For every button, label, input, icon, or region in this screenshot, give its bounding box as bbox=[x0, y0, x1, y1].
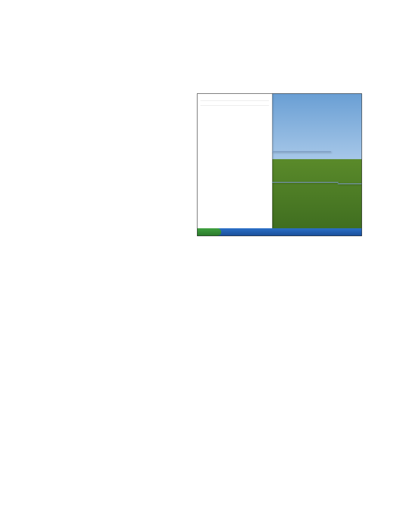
manual-page bbox=[0, 0, 403, 532]
start-menu-bottom bbox=[197, 107, 272, 109]
start-menu bbox=[197, 94, 272, 228]
section2 bbox=[41, 77, 362, 236]
menu-separator bbox=[200, 105, 269, 106]
start-button[interactable] bbox=[197, 228, 221, 236]
section1-heading bbox=[41, 49, 362, 63]
menu-separator bbox=[200, 100, 269, 101]
programs-submenu bbox=[272, 151, 331, 152]
start-menu-top bbox=[197, 94, 272, 99]
uninstall-submenu bbox=[338, 183, 362, 184]
start-menu-middle bbox=[197, 102, 272, 104]
section2-heading bbox=[41, 77, 362, 91]
taskbar bbox=[197, 228, 362, 236]
camera-submenu bbox=[272, 182, 338, 183]
start-menu-screenshot bbox=[197, 93, 362, 236]
uninstall-row bbox=[41, 93, 362, 236]
